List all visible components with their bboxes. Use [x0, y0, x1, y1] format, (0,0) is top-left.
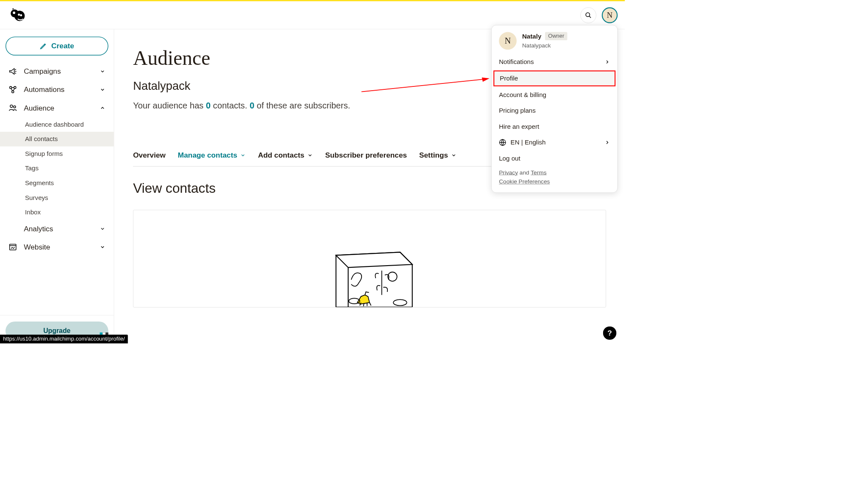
menu-item-account-billing[interactable]: Account & billing — [492, 87, 618, 103]
chevron-up-icon — [100, 105, 105, 111]
upgrade-label: Upgrade — [43, 327, 70, 335]
avatar-letter: N — [505, 36, 511, 46]
menu-item-label: Notifications — [499, 58, 534, 66]
create-button[interactable]: Create — [6, 36, 108, 55]
chevron-down-icon — [100, 87, 105, 92]
sidebar-sub-audience-dashboard[interactable]: Audience dashboard — [4, 117, 109, 132]
megaphone-icon — [8, 67, 17, 75]
menu-item-profile[interactable]: Profile — [493, 70, 615, 86]
sidebar-item-label: Automations — [24, 86, 64, 94]
sidebar-item-analytics[interactable]: Analytics — [4, 219, 109, 238]
tab-label: Manage contacts — [178, 151, 237, 159]
sidebar-sub-all-contacts[interactable]: All contacts — [0, 132, 114, 147]
cookie-preferences-link[interactable]: Cookie Preferences — [499, 178, 550, 185]
profile-menu: N Nataly Owner Natalypack Notifications … — [491, 25, 618, 193]
create-label: Create — [51, 42, 74, 50]
svg-point-11 — [14, 106, 16, 108]
tab-add-contacts[interactable]: Add contacts — [258, 151, 313, 159]
svg-point-8 — [14, 86, 16, 89]
svg-point-9 — [12, 91, 14, 93]
contact-count: 0 — [206, 101, 211, 110]
header-search-button[interactable] — [580, 7, 596, 23]
sidebar-sub-inbox[interactable]: Inbox — [4, 205, 109, 220]
svg-point-3 — [18, 14, 20, 16]
sidebar: Create Campaigns Automations — [0, 29, 114, 344]
sidebar-sub-signup-forms[interactable]: Signup forms — [4, 147, 109, 161]
chevron-down-icon — [307, 153, 313, 158]
svg-point-2 — [13, 11, 15, 14]
svg-line-6 — [589, 16, 591, 18]
menu-item-hire-expert[interactable]: Hire an expert — [492, 119, 618, 134]
menu-item-label: Pricing plans — [499, 107, 536, 114]
tab-settings[interactable]: Settings — [419, 151, 456, 159]
menu-item-label: Log out — [499, 155, 520, 162]
tab-label: Add contacts — [258, 151, 304, 159]
profile-menu-header: N Nataly Owner Natalypack — [492, 32, 618, 54]
menu-item-logout[interactable]: Log out — [492, 150, 618, 166]
sidebar-item-label: Analytics — [24, 225, 53, 233]
chevron-down-icon — [240, 153, 246, 158]
svg-point-10 — [10, 105, 13, 108]
search-icon — [585, 12, 592, 19]
svg-point-4 — [20, 14, 22, 16]
globe-icon — [499, 139, 506, 146]
terms-link[interactable]: Terms — [531, 169, 546, 176]
avatar-letter: N — [607, 11, 613, 20]
tab-label: Subscriber preferences — [325, 151, 407, 159]
help-button[interactable]: ? — [603, 326, 617, 340]
chevron-right-icon — [604, 59, 610, 65]
chevron-right-icon — [604, 140, 610, 145]
sidebar-item-label: Audience — [24, 104, 54, 112]
privacy-link[interactable]: Privacy — [499, 169, 518, 176]
text: Your audience has — [133, 101, 206, 110]
header-avatar-button[interactable]: N — [602, 7, 618, 23]
empty-state-illustration — [321, 243, 418, 307]
sidebar-item-automations[interactable]: Automations — [4, 80, 109, 99]
tab-overview[interactable]: Overview — [133, 151, 166, 159]
sidebar-sub-tags[interactable]: Tags — [4, 161, 109, 176]
tab-label: Settings — [419, 151, 448, 159]
tab-manage-contacts[interactable]: Manage contacts — [178, 151, 246, 159]
sidebar-item-website[interactable]: Website — [4, 238, 109, 256]
pencil-icon — [40, 42, 47, 50]
text: contacts. — [211, 101, 250, 110]
tab-label: Overview — [133, 151, 166, 159]
profile-company: Natalypack — [522, 42, 568, 49]
profile-role-badge: Owner — [545, 32, 568, 40]
status-bar-url: https://us10.admin.mailchimp.com/account… — [0, 335, 128, 344]
sidebar-item-label: Campaigns — [24, 67, 61, 75]
profile-name: Nataly — [522, 33, 541, 40]
website-icon — [8, 243, 17, 251]
text: and — [518, 169, 531, 176]
menu-item-label: EN | English — [511, 139, 546, 146]
tab-subscriber-preferences[interactable]: Subscriber preferences — [325, 151, 407, 159]
menu-item-label: Account & billing — [499, 91, 546, 98]
svg-point-5 — [586, 13, 590, 17]
chevron-down-icon — [100, 226, 105, 232]
chevron-down-icon — [100, 244, 105, 250]
mailchimp-logo[interactable] — [8, 6, 25, 23]
menu-item-language[interactable]: EN | English — [492, 135, 618, 150]
sidebar-sub-surveys[interactable]: Surveys — [4, 190, 109, 205]
chevron-down-icon — [100, 69, 105, 74]
audience-icon — [8, 104, 17, 112]
sidebar-item-campaigns[interactable]: Campaigns — [4, 62, 109, 80]
automation-icon — [8, 86, 17, 94]
chevron-down-icon — [451, 153, 456, 158]
sidebar-item-audience[interactable]: Audience — [4, 99, 109, 117]
text: of these are subscribers. — [254, 101, 350, 110]
empty-state-box — [133, 210, 606, 307]
menu-item-label: Hire an expert — [499, 123, 539, 130]
menu-item-notifications[interactable]: Notifications — [492, 54, 618, 69]
sidebar-sub-segments[interactable]: Segments — [4, 176, 109, 191]
svg-rect-12 — [10, 244, 16, 250]
profile-menu-footer: Privacy and Terms Cookie Preferences — [492, 166, 618, 185]
profile-avatar: N — [499, 32, 517, 50]
svg-point-7 — [10, 86, 12, 89]
sidebar-item-label: Website — [24, 243, 50, 251]
menu-item-pricing-plans[interactable]: Pricing plans — [492, 103, 618, 119]
menu-item-label: Profile — [500, 75, 518, 82]
subscriber-count: 0 — [250, 101, 254, 110]
